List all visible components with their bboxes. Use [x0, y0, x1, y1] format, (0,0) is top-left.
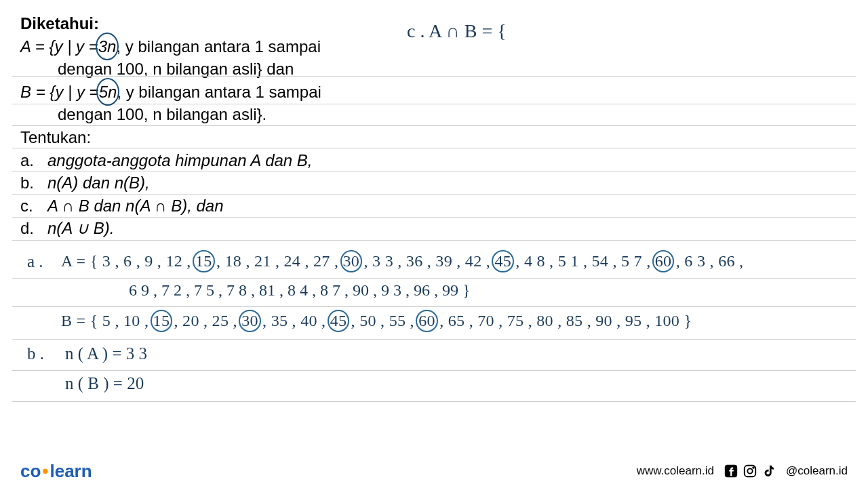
tiktok-icon [762, 464, 776, 479]
hw-b-circled-45: 45 [330, 312, 347, 330]
handwritten-c-answer: c . A ∩ B = { [407, 20, 507, 42]
hw-set-a-line2: 6 9 , 7 2 , 7 5 , 7 8 , 81 , 8 4 , 8 7 ,… [129, 281, 471, 300]
hw-b-label: b . [27, 344, 44, 363]
logo: co•learn [20, 461, 92, 482]
hw-set-a-line1: A = { 3 , 6 , 9 , 12 , 15 , 18 , 21 , 24… [61, 252, 743, 270]
footer: co•learn www.colearn.id @colearn.id [0, 454, 868, 488]
hw-set-b: B = { 5 , 10 , 15 , 20 , 25 , 30 , 35 , … [61, 312, 692, 330]
svg-point-3 [753, 467, 754, 468]
hw-a-label: a . [27, 252, 43, 271]
hw-b-circled-30: 30 [241, 312, 258, 330]
footer-url: www.colearn.id [637, 464, 714, 478]
facebook-icon [724, 464, 738, 479]
hw-circled-60: 60 [655, 252, 672, 270]
hw-b-circled-60: 60 [418, 312, 435, 330]
svg-point-2 [747, 468, 752, 473]
instagram-icon [743, 464, 757, 479]
social-icons [724, 464, 776, 479]
hw-nA: n ( A ) = 3 3 [65, 344, 147, 363]
footer-handle: @colearn.id [786, 464, 848, 478]
hw-nB: n ( B ) = 20 [65, 374, 144, 393]
hw-circled-45: 45 [494, 252, 511, 270]
logo-dot-icon: • [42, 461, 48, 481]
hw-b-circled-15: 15 [153, 312, 170, 330]
hw-circled-30: 30 [343, 252, 360, 270]
footer-right: www.colearn.id @colearn.id [637, 464, 848, 479]
hw-circled-15: 15 [195, 252, 212, 270]
circled-5n: 5n [99, 81, 117, 104]
circled-3n: 3n [98, 35, 117, 58]
